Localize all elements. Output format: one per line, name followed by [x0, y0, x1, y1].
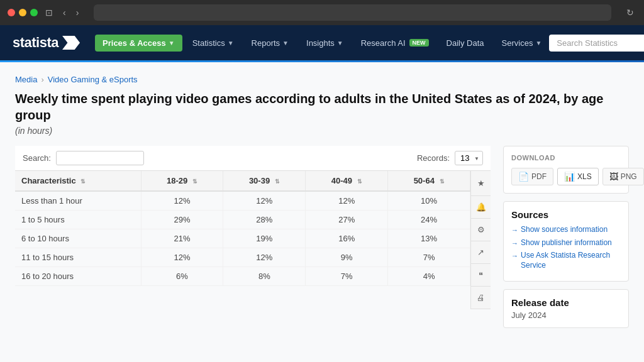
breadcrumb: Media › Video Gaming & eSports	[15, 75, 629, 84]
page-body: Media › Video Gaming & eSports Weekly ti…	[0, 62, 644, 362]
nav-reports[interactable]: Reports ▼	[244, 35, 296, 52]
nav-daily-data[interactable]: Daily Data	[439, 35, 492, 52]
table-wrapper: Characteristic ⇅ 18-29 ⇅ 30-39	[15, 171, 470, 309]
traffic-lights	[8, 9, 38, 16]
nav-prices-access[interactable]: Prices & Access ▼	[95, 35, 182, 52]
page-content: statista Prices & Access ▼ Statistics ▼ …	[0, 25, 644, 362]
table-with-icons: Characteristic ⇅ 18-29 ⇅ 30-39	[15, 171, 491, 309]
sort-icon[interactable]: ⇅	[357, 178, 362, 185]
sort-icon[interactable]: ⇅	[80, 178, 86, 185]
sort-icon[interactable]: ⇅	[192, 178, 197, 185]
new-badge: NEW	[409, 39, 429, 47]
page-title: Weekly time spent playing video games ac…	[15, 90, 629, 123]
xls-icon: 📊	[564, 172, 575, 182]
release-panel: Release date July 2024	[503, 289, 629, 328]
quote-icon[interactable]: ❝	[471, 264, 491, 287]
table-row: 6 to 10 hours 21% 19% 16% 13%	[15, 229, 470, 248]
side-panel: DOWNLOAD 📄 PDF 📊 XLS 🖼 PNG	[503, 146, 629, 362]
chevron-down-icon: ▼	[282, 40, 289, 47]
nav-statistics[interactable]: Statistics ▼	[185, 35, 242, 52]
download-pdf-button[interactable]: 📄 PDF	[511, 168, 553, 185]
download-xls-button[interactable]: 📊 XLS	[557, 168, 599, 185]
ask-statista-link[interactable]: → Use Ask Statista Research Service	[511, 251, 621, 270]
nav-items: Prices & Access ▼ Statistics ▼ Reports ▼…	[95, 35, 549, 52]
records-select-wrapper: 13 25 50	[455, 151, 483, 165]
download-buttons: 📄 PDF 📊 XLS 🖼 PNG	[511, 168, 621, 185]
nav-research-ai[interactable]: Research AI NEW	[353, 35, 436, 52]
arrow-icon: →	[511, 226, 518, 234]
download-title: DOWNLOAD	[511, 154, 621, 162]
records-label: Records:	[417, 153, 450, 163]
sources-title: Sources	[511, 209, 621, 220]
logo-icon	[62, 36, 80, 50]
search-label: Search:	[23, 153, 51, 163]
close-button[interactable]	[8, 9, 15, 16]
sources-panel: Sources → Show sources information → Sho…	[503, 201, 629, 282]
print-icon[interactable]: 🖨	[471, 287, 491, 309]
data-table: Characteristic ⇅ 18-29 ⇅ 30-39	[15, 171, 470, 286]
share-icon[interactable]: ↗	[471, 241, 491, 264]
chevron-down-icon: ▼	[535, 40, 541, 47]
sort-icon[interactable]: ⇅	[440, 178, 445, 185]
table-header-row: Characteristic ⇅ 18-29 ⇅ 30-39	[15, 171, 470, 191]
breadcrumb-separator: ›	[41, 75, 43, 84]
pdf-icon: 📄	[518, 172, 529, 182]
col-header-18-29: 18-29 ⇅	[141, 171, 223, 191]
download-panel: DOWNLOAD 📄 PDF 📊 XLS 🖼 PNG	[503, 146, 629, 194]
chevron-down-icon: ▼	[337, 40, 343, 47]
main-layout: Search: Records: 13 25 50	[15, 146, 629, 362]
png-icon: 🖼	[609, 172, 618, 182]
chevron-down-icon: ▼	[228, 40, 234, 47]
back-button[interactable]: ‹	[60, 6, 69, 19]
show-sources-link[interactable]: → Show sources information	[511, 225, 621, 235]
address-bar[interactable]	[94, 4, 611, 21]
refresh-button[interactable]: ↻	[624, 6, 636, 19]
page-subtitle: (in hours)	[15, 126, 629, 136]
star-icon[interactable]: ★	[471, 171, 491, 196]
table-row: 16 to 20 hours 6% 8% 7% 4%	[15, 267, 470, 286]
table-row: 1 to 5 hours 29% 28% 27% 24%	[15, 211, 470, 229]
logo[interactable]: statista	[13, 35, 80, 51]
arrow-icon: →	[511, 239, 518, 248]
table-search-input[interactable]	[56, 151, 144, 165]
browser-chrome: ⊡ ‹ › ↻	[0, 0, 644, 25]
icons-sidebar: ★ 🔔 ⚙ ↗ ❝ 🖨	[470, 171, 491, 309]
table-section: Search: Records: 13 25 50	[15, 146, 491, 362]
sidebar-toggle[interactable]: ⊡	[43, 6, 55, 19]
table-row: Less than 1 hour 12% 12% 12% 10%	[15, 191, 470, 211]
download-png-button[interactable]: 🖼 PNG	[602, 168, 644, 185]
table-toolbar: Search: Records: 13 25 50	[15, 146, 491, 171]
release-date: July 2024	[511, 310, 621, 320]
breadcrumb-child[interactable]: Video Gaming & eSports	[48, 75, 138, 84]
logo-text: statista	[13, 35, 58, 51]
settings-icon[interactable]: ⚙	[471, 219, 491, 241]
col-header-50-64: 50-64 ⇅	[388, 171, 470, 191]
maximize-button[interactable]	[30, 9, 38, 16]
nav-services[interactable]: Services ▼	[494, 35, 550, 52]
top-nav: statista Prices & Access ▼ Statistics ▼ …	[0, 25, 644, 60]
minimize-button[interactable]	[19, 9, 26, 16]
sort-icon[interactable]: ⇅	[275, 178, 280, 185]
release-title: Release date	[511, 297, 621, 308]
bell-icon[interactable]: 🔔	[471, 196, 491, 219]
records-select[interactable]: 13 25 50	[455, 151, 483, 165]
col-header-40-49: 40-49 ⇅	[306, 171, 388, 191]
col-header-30-39: 30-39 ⇅	[223, 171, 306, 191]
breadcrumb-parent[interactable]: Media	[15, 75, 37, 84]
search-input[interactable]	[549, 35, 644, 52]
table-row: 11 to 15 hours 12% 12% 9% 7%	[15, 248, 470, 267]
forward-button[interactable]: ›	[74, 6, 82, 19]
arrow-icon: →	[511, 251, 518, 260]
col-header-characteristic: Characteristic ⇅	[15, 171, 141, 191]
show-publisher-link[interactable]: → Show publisher information	[511, 238, 621, 248]
chevron-down-icon: ▼	[169, 40, 175, 47]
nav-insights[interactable]: Insights ▼	[299, 35, 351, 52]
